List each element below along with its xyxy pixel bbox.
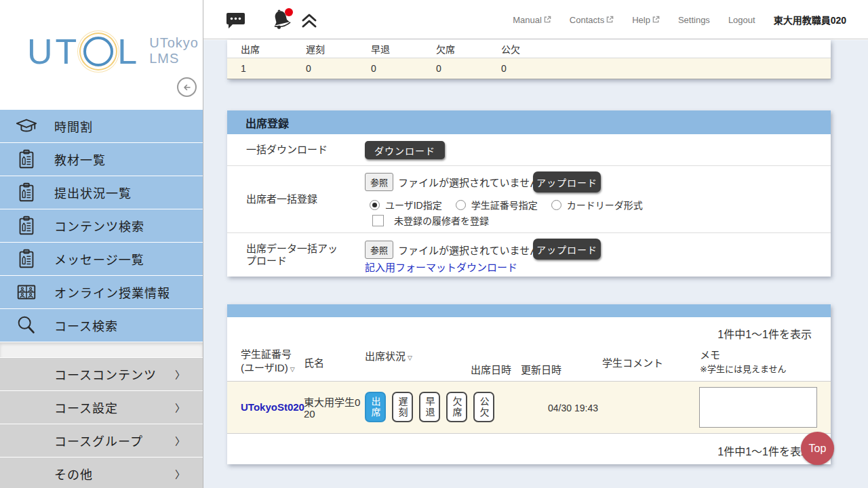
bulk-download-label: 一括ダウンロード: [246, 144, 358, 156]
summary-col-header: 遅刻: [292, 42, 357, 56]
attendance-roster-table: 1件中1〜1件を表示 学生証番号 (ユーザID)▽ 氏名 出席状況▽ 出席日時 …: [227, 304, 831, 464]
register-unenrolled-checkbox[interactable]: [372, 215, 384, 226]
browse-file-button[interactable]: 参照: [365, 173, 393, 191]
sidebar-item-messages[interactable]: メッセージ一覧: [0, 243, 203, 275]
utol-logo-subtitle: UTokyoLMS: [149, 35, 199, 66]
manual-link[interactable]: Manual: [513, 15, 551, 25]
sidebar-item-label: オンライン授業情報: [54, 283, 170, 301]
sidebar-item-submissions[interactable]: 提出状況一覧: [0, 176, 203, 209]
chevron-right-icon: 〉: [175, 401, 185, 415]
radio-user-id[interactable]: [370, 200, 380, 210]
sidebar-item-course-contents[interactable]: コースコンテンツ 〉: [0, 358, 203, 390]
external-link-icon: [652, 15, 660, 25]
sidebar-divider: [0, 342, 203, 357]
summary-value: 0: [422, 63, 488, 74]
sidebar-item-label: メッセージ一覧: [54, 250, 144, 268]
clipboard-icon: [15, 247, 38, 270]
summary-col-header: 早退: [357, 42, 422, 56]
scroll-to-top-button[interactable]: Top: [801, 432, 834, 465]
graduation-cap-icon: [15, 115, 38, 138]
download-button[interactable]: ダウンロード: [365, 141, 445, 159]
sidebar-subitem-label: コースグループ: [54, 432, 175, 449]
radio-student-card-number[interactable]: [456, 200, 466, 210]
updated-at-value: 04/30 19:43: [532, 403, 614, 413]
sidebar-item-content-search[interactable]: コンテンツ検索: [0, 209, 203, 242]
summary-header-row: 出席 遅刻 早退 欠席 公欠: [227, 40, 831, 58]
column-header-student-id[interactable]: 学生証番号 (ユーザID)▽: [241, 348, 295, 376]
sidebar-subitem-label: その他: [54, 465, 175, 483]
sidebar-item-materials[interactable]: 教材一覧: [0, 143, 203, 176]
status-late-button[interactable]: 遅刻: [392, 392, 413, 422]
attendance-summary-table: 出席 遅刻 早退 欠席 公欠 1 0 0 0 0: [227, 40, 831, 79]
arrow-left-icon: [181, 81, 193, 94]
student-id-link[interactable]: UTokyoSt020: [241, 401, 304, 413]
bulk-register-row: 出席者一括登録 参照 ファイルが選択されていません。 アップロード ユーザID指…: [227, 166, 831, 233]
sidebar-item-course-group[interactable]: コースグループ 〉: [0, 424, 203, 457]
clipboard-icon: [15, 214, 38, 237]
video-conference-icon: [15, 281, 38, 304]
column-header-status[interactable]: 出席状況▽: [365, 350, 412, 365]
search-icon: [15, 314, 38, 337]
radio-label: ユーザID指定: [385, 198, 442, 211]
radio-card-reader[interactable]: [551, 200, 561, 210]
roster-header-bar: [227, 304, 831, 317]
messages-icon[interactable]: [226, 12, 245, 32]
no-file-selected-text: ファイルが選択されていません。: [398, 243, 550, 257]
status-present-button[interactable]: 出席: [365, 392, 386, 422]
memo-input[interactable]: [699, 387, 817, 428]
chevron-right-icon: 〉: [175, 367, 185, 382]
register-unenrolled-option: 未登録の履修者を登録: [372, 214, 502, 227]
status-excused-button[interactable]: 公欠: [473, 392, 494, 422]
column-header-attended-at: 出席日時: [471, 363, 511, 377]
sidebar-item-timetable[interactable]: 時間割: [0, 110, 203, 142]
attendance-register-panel: 出席登録 一括ダウンロード ダウンロード 出席者一括登録 参照 ファイルが選択さ…: [227, 110, 831, 277]
upload-button[interactable]: アップロード: [533, 171, 601, 192]
sidebar-item-label: 時間割: [54, 117, 93, 135]
format-download-link[interactable]: 記入用フォーマットダウンロード: [365, 260, 517, 274]
summary-col-header: 公欠: [488, 42, 553, 56]
sidebar-item-course-search[interactable]: コース検索: [0, 309, 203, 342]
summary-value: 0: [292, 63, 357, 74]
column-header-updated-at: 更新日時: [521, 363, 561, 377]
student-row: UTokyoSt020 東大用学生020 出席 遅刻 早退 欠席 公欠 04/3…: [227, 382, 831, 433]
current-user-name: 東大用教職員020: [774, 13, 846, 26]
notifications-bell-icon[interactable]: [269, 7, 294, 35]
contacts-link[interactable]: Contacts: [570, 15, 614, 25]
sort-descending-icon: ▽: [290, 366, 295, 373]
summary-value: 0: [488, 63, 553, 74]
help-link[interactable]: Help: [632, 15, 660, 25]
external-link-icon: [606, 15, 614, 25]
result-count-text: 1件中1〜1件を表示: [717, 443, 812, 459]
settings-link[interactable]: Settings: [678, 15, 710, 25]
checkbox-label: 未登録の履修者を登録: [394, 214, 489, 227]
sidebar-collapse-button[interactable]: [177, 77, 197, 97]
sidebar-item-label: コンテンツ検索: [54, 217, 144, 235]
id-type-radio-group: ユーザID指定 学生証番号指定 カードリーダ形式: [370, 198, 656, 211]
radio-label: 学生証番号指定: [471, 198, 538, 211]
browse-file-button[interactable]: 参照: [365, 241, 393, 259]
summary-value: 1: [227, 63, 292, 74]
chevron-right-icon: 〉: [175, 434, 185, 448]
status-absent-button[interactable]: 欠席: [446, 392, 467, 422]
column-header-comment: 学生コメント: [602, 357, 663, 370]
upload-button[interactable]: アップロード: [533, 239, 601, 260]
content-area: 出席 遅刻 早退 欠席 公欠 1 0 0 0 0 出席登録 一括ダウンロード ダ…: [203, 40, 868, 488]
status-early-leave-button[interactable]: 早退: [419, 392, 440, 422]
utol-wordmark: UTL: [27, 30, 140, 73]
collapse-topbar-icon[interactable]: [300, 12, 318, 31]
sidebar-item-online-class[interactable]: オンライン授業情報: [0, 276, 203, 308]
topbar-links: Manual Contacts Help Settings Logout 東大用…: [513, 0, 868, 39]
sort-descending-icon: ▽: [408, 354, 412, 361]
sidebar-item-label: コース検索: [54, 317, 118, 334]
logout-link[interactable]: Logout: [728, 15, 755, 25]
memo-note: ※学生には見えません: [700, 364, 787, 374]
sidebar-item-course-settings[interactable]: コース設定 〉: [0, 391, 203, 424]
result-count-text: 1件中1〜1件を表示: [717, 325, 812, 342]
sidebar-item-others[interactable]: その他 〉: [0, 458, 203, 488]
notification-badge: [285, 8, 293, 16]
sidebar-item-label: 提出状況一覧: [54, 184, 132, 201]
external-link-icon: [544, 15, 551, 25]
no-file-selected-text: ファイルが選択されていません。: [398, 175, 550, 189]
column-header-name: 氏名: [304, 357, 324, 370]
sidebar-item-label: 教材一覧: [54, 150, 106, 168]
